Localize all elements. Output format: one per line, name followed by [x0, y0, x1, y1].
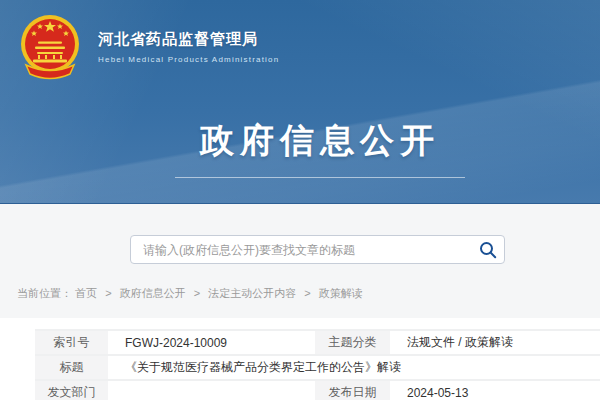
table-row-department: 发文部门 发布日期 2024-05-13 [35, 381, 600, 400]
search-input[interactable] [131, 236, 472, 263]
site-header: 河北省药品监督管理局 Hebei Medical Products Admini… [0, 0, 600, 204]
banner: 政府信息公开 [0, 118, 600, 178]
publish-date-value: 2024-05-13 [390, 381, 600, 400]
breadcrumb-link-home[interactable]: 首页 [75, 287, 97, 299]
index-number-value: FGWJ-2024-10009 [108, 331, 315, 354]
org-name-en: Hebei Medical Products Administration [98, 55, 279, 64]
search-button[interactable] [472, 236, 504, 263]
breadcrumb-link-info-disclosure[interactable]: 政府信息公开 [120, 287, 186, 299]
issuing-department-label: 发文部门 [35, 381, 108, 400]
breadcrumb-separator: > [105, 287, 111, 299]
org-name-block: 河北省药品监督管理局 Hebei Medical Products Admini… [98, 30, 279, 64]
breadcrumb-separator: > [304, 287, 310, 299]
document-meta-section: 索引号 FGWJ-2024-10009 主题分类 法规文件 / 政策解读 标题 … [0, 318, 600, 400]
title-value: 《关于规范医疗器械产品分类界定工作的公告》解读 [108, 356, 600, 379]
topic-category-value: 法规文件 / 政策解读 [390, 331, 600, 354]
search-box [130, 235, 505, 264]
table-row-index: 索引号 FGWJ-2024-10009 主题分类 法规文件 / 政策解读 [35, 331, 600, 356]
site-logo[interactable]: 河北省药品监督管理局 Hebei Medical Products Admini… [18, 13, 279, 81]
issuing-department-value [108, 381, 315, 400]
breadcrumb-link-policy-interpretation[interactable]: 政策解读 [319, 287, 363, 299]
document-meta-table: 索引号 FGWJ-2024-10009 主题分类 法规文件 / 政策解读 标题 … [35, 329, 600, 400]
banner-title: 政府信息公开 [0, 118, 600, 164]
breadcrumb-prefix: 当前位置： [17, 287, 72, 299]
breadcrumb-separator: > [194, 287, 200, 299]
china-national-emblem-icon [18, 13, 82, 81]
publish-date-label: 发布日期 [315, 381, 390, 400]
title-label: 标题 [35, 356, 108, 379]
org-name-cn: 河北省药品监督管理局 [98, 30, 279, 49]
banner-underline [175, 177, 465, 178]
breadcrumb-link-statutory-content[interactable]: 法定主动公开内容 [208, 287, 296, 299]
table-row-title: 标题 《关于规范医疗器械产品分类界定工作的公告》解读 [35, 356, 600, 381]
search-breadcrumb-band: 当前位置： 首页 > 政府信息公开 > 法定主动公开内容 > 政策解读 [0, 204, 600, 318]
index-number-label: 索引号 [35, 331, 108, 354]
search-icon [479, 241, 497, 259]
topic-category-label: 主题分类 [315, 331, 390, 354]
breadcrumb: 当前位置： 首页 > 政府信息公开 > 法定主动公开内容 > 政策解读 [17, 286, 363, 301]
